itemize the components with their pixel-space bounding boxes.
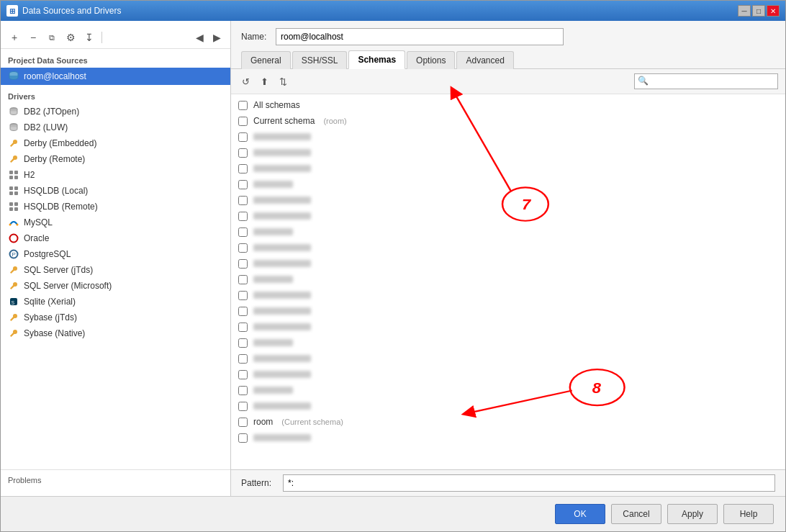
tab-sshssl[interactable]: SSH/SSL <box>292 51 348 69</box>
driver-item-db2--jtopen-[interactable]: DB2 (JTOpen) <box>1 104 230 120</box>
room-schema-item: room (Current schema) <box>231 414 785 430</box>
name-input[interactable] <box>276 28 564 45</box>
schema-checkbox-7[interactable] <box>238 227 248 237</box>
schema-name-blurred-14 <box>253 339 293 346</box>
schema-checkbox-3[interactable] <box>238 164 248 173</box>
driver-item-sybase--jtds-[interactable]: Sybase (jTds) <box>1 310 230 325</box>
driver-name-11: SQL Server (Microsoft) <box>24 281 112 291</box>
bottom-bar: OK Cancel Apply Help <box>1 496 785 531</box>
cancel-button[interactable]: Cancel <box>611 504 661 524</box>
svg-rect-10 <box>14 191 18 195</box>
apply-button[interactable]: Apply <box>667 504 718 524</box>
schema-checkbox-12[interactable] <box>238 307 248 316</box>
driver-name-12: Sqlite (Xerial) <box>24 297 76 307</box>
driver-item-hsqldb--local-[interactable]: HSQLDB (Local) <box>1 183 230 199</box>
room-schema-checkbox[interactable] <box>238 418 248 427</box>
driver-item-sqlite--xerial-[interactable]: SSqlite (Xerial) <box>1 294 230 310</box>
help-button[interactable]: Help <box>723 504 774 524</box>
tab-general[interactable]: General <box>241 51 291 69</box>
driver-item-h2[interactable]: H2 <box>1 167 230 183</box>
schema-name-blurred-5 <box>253 197 311 204</box>
schema-checkbox-5[interactable] <box>238 196 248 205</box>
schema-checkbox-2[interactable] <box>238 148 248 158</box>
schema-name-blurred-last <box>253 434 311 441</box>
maximize-button[interactable]: □ <box>752 5 765 17</box>
collapse-button[interactable]: ⇅ <box>276 74 290 89</box>
settings-button[interactable]: ⚙ <box>63 30 78 45</box>
schema-name-blurred-7 <box>253 228 293 235</box>
schema-item-1 <box>231 129 785 145</box>
current-schema-note: (room) <box>323 117 346 125</box>
schema-item-4 <box>231 176 785 192</box>
driver-icon-3 <box>8 153 19 165</box>
datasource-item[interactable]: room@localhost <box>1 68 230 85</box>
minimize-button[interactable]: ─ <box>738 5 751 17</box>
nav-forward-button[interactable]: ▶ <box>209 30 225 45</box>
schema-checkbox-15[interactable] <box>238 354 248 364</box>
driver-name-6: HSQLDB (Remote) <box>24 202 98 212</box>
schemas-panel: ↺ ⬆ ⇅ 🔍 All schemas <box>231 69 785 496</box>
schema-item-9 <box>231 256 785 271</box>
driver-item-derby--remote-[interactable]: Derby (Remote) <box>1 151 230 167</box>
tab-schemas[interactable]: Schemas <box>348 50 405 69</box>
schema-checkbox-11[interactable] <box>238 291 248 300</box>
pattern-input[interactable] <box>283 474 775 492</box>
schema-item-5 <box>231 192 785 208</box>
driver-name-4: H2 <box>24 170 35 180</box>
driver-item-postgresql[interactable]: PPostgreSQL <box>1 246 230 262</box>
remove-button[interactable]: − <box>25 30 41 45</box>
svg-rect-5 <box>9 176 13 179</box>
title-bar-left: ⊞ Data Sources and Drivers <box>6 5 121 17</box>
schema-checkbox-18[interactable] <box>238 402 248 411</box>
driver-item-oracle[interactable]: Oracle <box>1 230 230 246</box>
driver-icon-14 <box>8 328 19 339</box>
svg-rect-3 <box>9 171 13 174</box>
schema-checkbox-14[interactable] <box>238 338 248 348</box>
schema-checkbox-1[interactable] <box>238 132 248 142</box>
schema-checkbox-17[interactable] <box>238 386 248 395</box>
add-button[interactable]: + <box>6 30 22 45</box>
driver-item-derby--embedded-[interactable]: Derby (Embedded) <box>1 135 230 151</box>
schema-checkbox-16[interactable] <box>238 370 248 379</box>
expand-button[interactable]: ⬆ <box>257 74 271 89</box>
datasource-name: room@localhost <box>24 71 86 81</box>
schema-checkbox-9[interactable] <box>238 259 248 269</box>
driver-icon-2 <box>8 137 19 149</box>
schemas-toolbar: ↺ ⬆ ⇅ 🔍 <box>231 69 785 94</box>
driver-name-14: Sybase (Native) <box>24 328 85 338</box>
tab-advanced[interactable]: Advanced <box>456 51 513 69</box>
driver-item-mysql[interactable]: MySQL <box>1 215 230 230</box>
driver-item-sql-server--microsoft-[interactable]: SQL Server (Microsoft) <box>1 278 230 294</box>
problems-section[interactable]: Problems <box>1 469 230 490</box>
driver-item-db2--luw-[interactable]: DB2 (LUW) <box>1 120 230 135</box>
schema-checkbox-8[interactable] <box>238 243 248 253</box>
driver-item-sybase--native-[interactable]: Sybase (Native) <box>1 325 230 341</box>
driver-item-sql-server--jtds-[interactable]: SQL Server (jTds) <box>1 262 230 278</box>
tab-options[interactable]: Options <box>407 51 455 69</box>
ok-button[interactable]: OK <box>555 504 605 524</box>
driver-name-10: SQL Server (jTds) <box>24 265 93 275</box>
copy-button[interactable]: ⧉ <box>44 30 60 45</box>
schema-checkbox-13[interactable] <box>238 323 248 332</box>
sidebar-toolbar: + − ⧉ ⚙ ↧ ◀ ▶ <box>1 27 230 49</box>
driver-name-7: MySQL <box>24 217 53 227</box>
content-area: + − ⧉ ⚙ ↧ ◀ ▶ Project Data Sources <box>1 21 785 496</box>
all-schemas-checkbox[interactable] <box>238 101 248 110</box>
schema-checkbox-10[interactable] <box>238 275 248 284</box>
close-button[interactable]: ✕ <box>767 5 780 17</box>
current-schema-label: Current schema <box>253 116 315 126</box>
schema-checkbox-6[interactable] <box>238 212 248 221</box>
refresh-schemas-button[interactable]: ↺ <box>238 74 253 89</box>
schema-item-6 <box>231 208 785 224</box>
search-input[interactable] <box>634 73 778 89</box>
driver-item-hsqldb--remote-[interactable]: HSQLDB (Remote) <box>1 199 230 215</box>
schema-checkbox-4[interactable] <box>238 180 248 189</box>
nav-back-button[interactable]: ◀ <box>191 30 207 45</box>
schema-checkbox-last[interactable] <box>238 433 248 443</box>
schema-item-18 <box>231 398 785 414</box>
schema-name-blurred-6 <box>253 212 311 220</box>
current-schema-checkbox[interactable] <box>238 117 248 126</box>
driver-icon-0 <box>8 106 19 117</box>
driver-icon-12: S <box>8 296 19 307</box>
import-button[interactable]: ↧ <box>81 30 97 45</box>
